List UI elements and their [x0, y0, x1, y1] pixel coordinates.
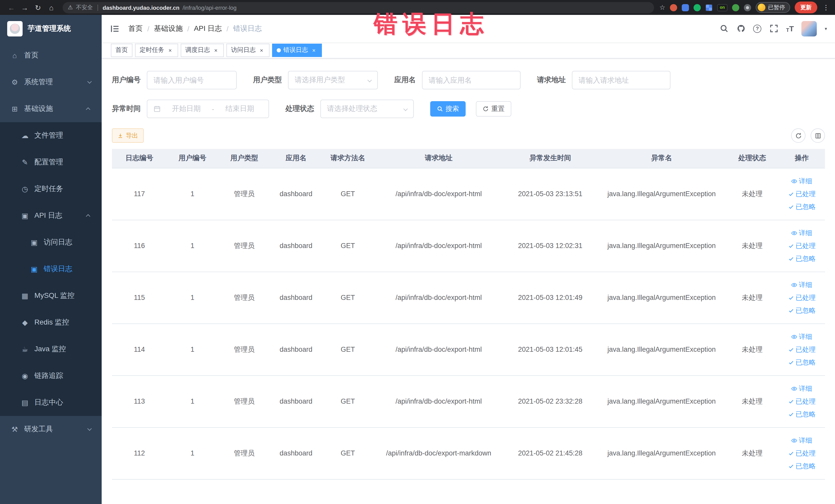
extension-on-badge[interactable]: on: [717, 4, 728, 11]
breadcrumb-infrastructure[interactable]: 基础设施: [154, 24, 183, 33]
bookmark-star-icon[interactable]: ☆: [659, 4, 665, 11]
tab-scheduled-jobs[interactable]: 定时任务 ×: [135, 43, 178, 57]
tab-home[interactable]: 首页: [111, 43, 133, 57]
browser-reload-icon[interactable]: ↻: [32, 2, 44, 13]
extension-blue-icon[interactable]: [682, 4, 689, 11]
user-type-select[interactable]: 请选择用户类型: [288, 71, 378, 89]
tab-schedule-log[interactable]: 调度日志 ×: [181, 43, 224, 57]
avatar-caret-icon[interactable]: ▾: [825, 26, 827, 31]
extension-paw-icon[interactable]: [744, 4, 751, 11]
detail-link[interactable]: 详细: [780, 330, 823, 343]
date-range-picker[interactable]: 开始日期 - 结束日期: [147, 100, 269, 118]
sidebar-item-home[interactable]: ⌂ 首页: [0, 42, 102, 69]
sidebar-item-dev-tools[interactable]: ⚒ 研发工具: [0, 416, 102, 443]
close-icon[interactable]: ×: [258, 47, 265, 54]
mark-ignored-link[interactable]: 已忽略: [780, 304, 823, 317]
user-id-input[interactable]: [147, 71, 237, 89]
sidebar-item-file-management[interactable]: ☁ 文件管理: [0, 122, 102, 149]
sidebar-item-access-log[interactable]: ▣ 访问日志: [0, 229, 102, 256]
app-title: 芋道管理系统: [28, 24, 71, 33]
browser-forward-icon[interactable]: →: [19, 2, 31, 13]
column-settings-button[interactable]: [811, 128, 825, 143]
mark-ignored-link[interactable]: 已忽略: [780, 252, 823, 265]
sidebar-item-api-logs[interactable]: ▣ API 日志: [0, 202, 102, 229]
eye-icon: [791, 385, 797, 391]
mark-ignored-link[interactable]: 已忽略: [780, 356, 823, 369]
browser-home-icon[interactable]: ⌂: [45, 2, 58, 13]
fullscreen-icon[interactable]: [769, 24, 778, 33]
pencil-icon: ✎: [21, 158, 29, 166]
browser-menu-icon[interactable]: ⋮: [822, 4, 830, 11]
filter-request-url: 请求地址: [537, 71, 670, 89]
app-name-input[interactable]: [422, 71, 521, 89]
security-warning-icon[interactable]: ⚠: [68, 4, 73, 11]
breadcrumb-home[interactable]: 首页: [128, 24, 143, 33]
sidebar-item-java-monitor[interactable]: ☕ Java 监控: [0, 336, 102, 363]
avatar[interactable]: [802, 21, 817, 36]
column-header: 请求方法名: [322, 149, 374, 168]
page-content: 用户编号 用户类型 请选择用户类型 应用名: [102, 59, 835, 504]
close-icon[interactable]: ×: [167, 47, 174, 54]
font-size-icon[interactable]: TT: [786, 24, 794, 33]
detail-link[interactable]: 详细: [780, 226, 823, 239]
search-icon[interactable]: [719, 24, 729, 33]
detail-link[interactable]: 详细: [780, 175, 823, 187]
database-icon: ▦: [21, 292, 29, 300]
github-icon[interactable]: [736, 24, 746, 33]
check-icon: [788, 463, 794, 469]
check-icon: [788, 450, 794, 456]
refresh-button[interactable]: [791, 128, 806, 143]
mark-ignored-link[interactable]: 已忽略: [780, 408, 823, 421]
detail-link[interactable]: 详细: [780, 382, 823, 395]
sidebar-item-mysql-monitor[interactable]: ▦ MySQL 监控: [0, 282, 102, 309]
column-header: 操作: [778, 149, 825, 168]
export-button[interactable]: 导出: [112, 128, 144, 143]
sidebar-item-scheduled-jobs[interactable]: ◷ 定时任务: [0, 176, 102, 202]
search-button[interactable]: 搜索: [430, 101, 466, 117]
process-status-select[interactable]: 请选择处理状态: [320, 100, 414, 118]
sidebar-item-redis-monitor[interactable]: ◆ Redis 监控: [0, 309, 102, 336]
address-bar[interactable]: ⚠ 不安全 dashboard.yudao.iocoder.cn/infra/l…: [63, 2, 654, 13]
extension-leaf-icon[interactable]: [732, 4, 739, 11]
check-icon: [788, 398, 794, 404]
mark-processed-link[interactable]: 已处理: [780, 447, 823, 460]
logo[interactable]: 芋道管理系统: [0, 15, 102, 42]
extension-red-icon[interactable]: [670, 4, 677, 11]
hamburger-icon[interactable]: [110, 23, 120, 34]
mark-processed-link[interactable]: 已处理: [780, 395, 823, 408]
tab-access-log[interactable]: 访问日志 ×: [226, 43, 269, 57]
security-label[interactable]: 不安全: [76, 4, 93, 11]
help-icon[interactable]: ?: [753, 24, 761, 33]
extension-teal-icon[interactable]: [694, 4, 701, 11]
calendar-icon: [154, 105, 161, 113]
sidebar-item-infrastructure[interactable]: ⊞ 基础设施: [0, 96, 102, 122]
mark-processed-link[interactable]: 已处理: [780, 343, 823, 356]
close-icon[interactable]: ×: [212, 47, 219, 54]
chevron-up-icon: [86, 107, 90, 112]
tab-error-log[interactable]: 错误日志 ×: [272, 43, 322, 57]
sidebar-item-config-management[interactable]: ✎ 配置管理: [0, 149, 102, 176]
close-icon[interactable]: ×: [311, 47, 317, 54]
tags-view-bar: 首页 定时任务 × 调度日志 × 访问日志 × 错误日志 ×: [102, 42, 835, 59]
sidebar-item-trace[interactable]: ◉ 链路追踪: [0, 363, 102, 389]
paused-chip[interactable]: 已暂停: [756, 2, 790, 13]
browser-update-button[interactable]: 更新: [795, 2, 817, 13]
mark-processed-link[interactable]: 已处理: [780, 187, 823, 200]
breadcrumb-api-logs[interactable]: API 日志: [194, 24, 222, 33]
sidebar-item-error-log[interactable]: ▣ 错误日志: [0, 256, 102, 282]
mark-processed-link[interactable]: 已处理: [780, 239, 823, 252]
browser-back-icon[interactable]: ←: [5, 2, 18, 13]
sidebar-item-log-center[interactable]: ▤ 日志中心: [0, 389, 102, 416]
extension-grid-icon[interactable]: [705, 4, 713, 11]
detail-link[interactable]: 详细: [780, 434, 823, 447]
mark-processed-link[interactable]: 已处理: [780, 291, 823, 304]
mark-ignored-link[interactable]: 已忽略: [780, 200, 823, 213]
check-icon: [788, 359, 794, 365]
detail-link[interactable]: 详细: [780, 278, 823, 291]
mark-ignored-link[interactable]: 已忽略: [780, 460, 823, 472]
request-url-input[interactable]: [572, 71, 670, 89]
reset-button[interactable]: 重置: [476, 101, 511, 117]
sidebar-item-system-management[interactable]: ⚙ 系统管理: [0, 69, 102, 96]
eye-icon: [791, 437, 797, 443]
screen: ← → ↻ ⌂ ⚠ 不安全 dashboard.yudao.iocoder.cn…: [0, 0, 835, 504]
